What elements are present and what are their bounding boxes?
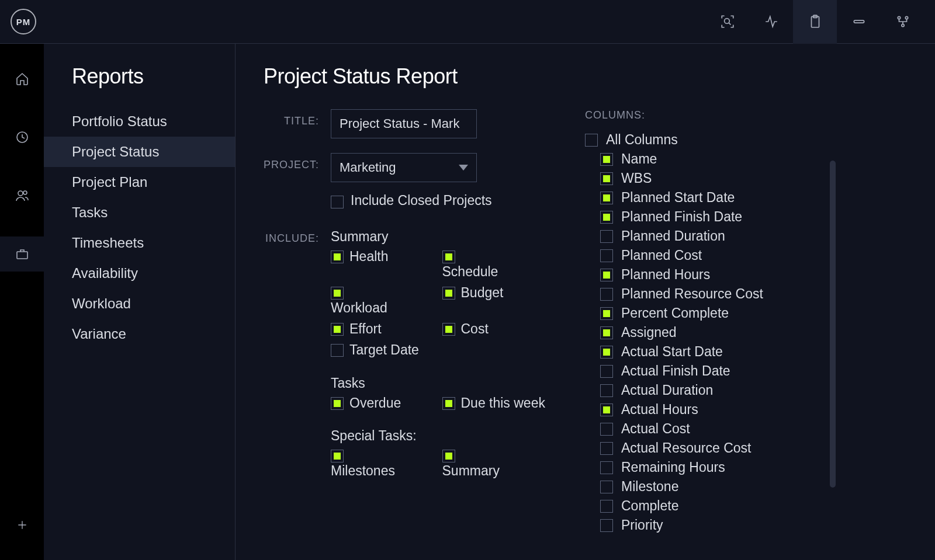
- flow-icon[interactable]: [881, 0, 924, 44]
- column-actual-hours[interactable]: Actual Hours: [600, 402, 826, 418]
- chevron-down-icon: [459, 165, 468, 171]
- columns-panel: COLUMNS: All ColumnsNameWBSPlanned Start…: [585, 109, 836, 560]
- search-scan-icon[interactable]: [705, 0, 749, 44]
- project-label: PROJECT:: [264, 153, 331, 171]
- rail-home[interactable]: [0, 61, 44, 96]
- svg-rect-3: [854, 20, 864, 23]
- summary-heading: Summary: [331, 229, 550, 245]
- sidebar-item-timesheets[interactable]: Timesheets: [44, 228, 235, 258]
- rail-briefcase[interactable]: [0, 236, 44, 272]
- include-effort-box[interactable]: [331, 323, 344, 336]
- column-percent-complete[interactable]: Percent Complete: [600, 305, 826, 321]
- include-target-date-box[interactable]: [331, 344, 344, 357]
- sidebar-item-tasks[interactable]: Tasks: [44, 197, 235, 228]
- columns-heading: COLUMNS:: [585, 109, 836, 121]
- column-actual-resource-cost[interactable]: Actual Resource Cost: [600, 440, 826, 456]
- clipboard-icon[interactable]: [793, 0, 837, 44]
- svg-point-4: [898, 16, 900, 19]
- project-select[interactable]: Marketing: [331, 153, 477, 182]
- column-name[interactable]: Name: [600, 151, 826, 167]
- rail-people[interactable]: [0, 178, 44, 213]
- column-complete[interactable]: Complete: [600, 498, 826, 514]
- column-planned-resource-cost[interactable]: Planned Resource Cost: [600, 286, 826, 302]
- include-budget-box[interactable]: [442, 287, 455, 300]
- include-closed-checkbox[interactable]: Include Closed Projects: [331, 193, 550, 208]
- include-budget[interactable]: Budget: [442, 284, 550, 317]
- include-task-overdue-box[interactable]: [331, 397, 344, 410]
- columns-list[interactable]: All ColumnsNameWBSPlanned Start DatePlan…: [585, 132, 836, 560]
- column-remaining-hours[interactable]: Remaining Hours: [600, 460, 826, 475]
- sidebar-item-portfolio-status[interactable]: Portfolio Status: [44, 106, 235, 137]
- sidebar-item-availability[interactable]: Availability: [44, 258, 235, 288]
- column-planned-hours[interactable]: Planned Hours: [600, 267, 826, 283]
- rail-recent[interactable]: [0, 120, 44, 155]
- svg-point-9: [23, 191, 27, 194]
- column-actual-duration[interactable]: Actual Duration: [600, 382, 826, 398]
- report-form: TITLE: PROJECT: Marketing: [264, 109, 550, 560]
- include-schedule[interactable]: Schedule: [442, 248, 550, 281]
- column-all-columns[interactable]: All Columns: [585, 132, 826, 148]
- sidebar-item-variance[interactable]: Variance: [44, 319, 235, 349]
- include-target-date[interactable]: Target Date: [331, 342, 439, 359]
- page-title: Project Status Report: [264, 64, 923, 89]
- include-special-milestones[interactable]: Milestones: [331, 447, 439, 480]
- sidebar-item-project-status[interactable]: Project Status: [44, 137, 235, 167]
- include-label: INCLUDE:: [264, 227, 331, 245]
- svg-point-6: [901, 24, 903, 26]
- activity-icon[interactable]: [749, 0, 793, 44]
- left-rail: [0, 44, 44, 560]
- column-planned-finish-date[interactable]: Planned Finish Date: [600, 209, 826, 225]
- svg-point-8: [18, 191, 23, 196]
- scrollbar-thumb[interactable]: [830, 161, 836, 488]
- reports-sidebar: Reports Portfolio StatusProject StatusPr…: [44, 44, 236, 560]
- app-root: PM: [0, 0, 935, 560]
- include-workload[interactable]: Workload: [331, 284, 439, 317]
- column-actual-start-date[interactable]: Actual Start Date: [600, 344, 826, 360]
- column-planned-cost[interactable]: Planned Cost: [600, 248, 826, 263]
- svg-rect-10: [17, 252, 27, 259]
- include-special-summary[interactable]: Summary: [442, 447, 550, 480]
- attachment-icon[interactable]: [837, 0, 881, 44]
- sidebar-title: Reports: [44, 64, 235, 106]
- column-actual-cost[interactable]: Actual Cost: [600, 421, 826, 437]
- main-content: Project Status Report TITLE: PROJECT:: [236, 44, 935, 560]
- title-input[interactable]: [331, 109, 477, 138]
- include-schedule-box[interactable]: [442, 251, 455, 263]
- column-planned-duration[interactable]: Planned Duration: [600, 228, 826, 244]
- include-health[interactable]: Health: [331, 248, 439, 281]
- include-cost[interactable]: Cost: [442, 321, 550, 338]
- include-special-milestones-box[interactable]: [331, 450, 344, 462]
- special-heading: Special Tasks:: [331, 428, 550, 444]
- include-special-summary-box[interactable]: [442, 450, 455, 462]
- title-label: TITLE:: [264, 109, 331, 127]
- column-milestone[interactable]: Milestone: [600, 479, 826, 495]
- sidebar-item-project-plan[interactable]: Project Plan: [44, 167, 235, 197]
- column-priority[interactable]: Priority: [600, 517, 826, 533]
- include-task-due-this-week-box[interactable]: [442, 397, 455, 410]
- column-planned-start-date[interactable]: Planned Start Date: [600, 190, 826, 206]
- column-wbs[interactable]: WBS: [600, 171, 826, 186]
- tasks-heading: Tasks: [331, 375, 550, 391]
- topbar-tools: [705, 0, 924, 44]
- topbar: PM: [0, 0, 935, 44]
- svg-point-0: [724, 19, 729, 24]
- svg-point-5: [905, 16, 908, 19]
- include-cost-box[interactable]: [442, 323, 455, 336]
- body: Reports Portfolio StatusProject StatusPr…: [0, 44, 935, 560]
- include-health-box[interactable]: [331, 251, 344, 263]
- include-effort[interactable]: Effort: [331, 321, 439, 338]
- include-task-due-this-week[interactable]: Due this week: [442, 395, 550, 412]
- include-task-overdue[interactable]: Overdue: [331, 395, 439, 412]
- column-assigned[interactable]: Assigned: [600, 325, 826, 340]
- column-actual-finish-date[interactable]: Actual Finish Date: [600, 363, 826, 379]
- rail-add[interactable]: [0, 507, 44, 542]
- sidebar-item-workload[interactable]: Workload: [44, 288, 235, 319]
- logo[interactable]: PM: [11, 9, 36, 34]
- include-workload-box[interactable]: [331, 287, 344, 300]
